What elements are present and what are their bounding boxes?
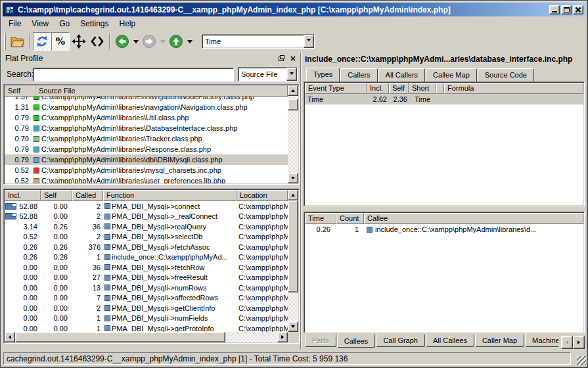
- table-row[interactable]: 0.52C:\xampp\phpMyAdmin\libraries\mysql_…: [5, 165, 288, 175]
- tab-call-graph[interactable]: Call Graph: [376, 334, 425, 347]
- forward-button[interactable]: [140, 32, 158, 51]
- cycle-detection-button[interactable]: [88, 32, 106, 51]
- tab-scroll-right-button[interactable]: [573, 336, 585, 349]
- event-type-dropdown-button[interactable]: [304, 35, 314, 48]
- event-types-table: Event Type Incl. Self Short Formula Time…: [304, 81, 585, 206]
- menu-view[interactable]: View: [26, 18, 54, 30]
- column-self[interactable]: Self: [41, 190, 72, 201]
- table-row[interactable]: 1.37C:\xampp\phpMyAdmin\libraries\naviga…: [5, 97, 288, 102]
- tab-all-callees[interactable]: All Callees: [426, 334, 474, 347]
- close-button[interactable]: [573, 5, 583, 14]
- column-time[interactable]: Time: [305, 213, 336, 224]
- table-row[interactable]: 0.52C:\xampp\phpMyAdmin\libraries\user_p…: [5, 175, 288, 183]
- table-row[interactable]: 0.79C:\xampp\phpMyAdmin\libraries\Tracke…: [5, 133, 288, 144]
- column-event-type[interactable]: Event Type: [305, 83, 367, 94]
- column-location[interactable]: Location: [237, 190, 288, 201]
- group-by-select[interactable]: Source File: [238, 67, 298, 81]
- function-icon: [104, 305, 110, 311]
- table-row[interactable]: 52.880.002PMA_DBI_Mysqli->_realConnectC:…: [5, 212, 288, 222]
- scroll-down-button[interactable]: [288, 321, 298, 332]
- tab-callers[interactable]: Callers: [340, 68, 377, 81]
- tab-source-code[interactable]: Source Code: [478, 68, 534, 81]
- float-panel-button[interactable]: [276, 55, 286, 63]
- table-row[interactable]: 52.880.002PMA_DBI_Mysqli->connectC:\xamp…: [5, 201, 288, 212]
- group-by-dropdown-button[interactable]: [286, 68, 297, 81]
- menu-help[interactable]: Help: [114, 18, 141, 30]
- table-row[interactable]: 0.000.0013PMA_DBI_Mysqli->numRowsC:\xamp…: [5, 283, 288, 293]
- scrollbar-thumb[interactable]: [288, 99, 298, 110]
- title-bar[interactable]: C:\xampp\tmp\cachegrind.out.1416463299-C…: [3, 3, 585, 16]
- menu-file[interactable]: File: [3, 18, 26, 30]
- table-row[interactable]: 0.26 1 include_once::C:\xampp\phpMyAdmin…: [305, 224, 583, 235]
- column-called[interactable]: Called: [72, 190, 103, 201]
- reload-button[interactable]: [33, 32, 51, 51]
- cost-bar-icon: [5, 203, 16, 210]
- column-count[interactable]: Count: [336, 213, 364, 224]
- table-row[interactable]: 0.79C:\xampp\phpMyAdmin\libraries\Util.c…: [5, 112, 288, 123]
- search-input[interactable]: [33, 68, 234, 81]
- scroll-right-button[interactable]: [277, 332, 288, 342]
- tab-parts[interactable]: Parts: [305, 334, 336, 347]
- back-button[interactable]: [113, 32, 131, 51]
- scroll-up-button[interactable]: [288, 190, 298, 200]
- close-panel-button[interactable]: [288, 55, 298, 63]
- column-short[interactable]: Short: [409, 83, 436, 94]
- relative-percent-button[interactable]: %: [51, 32, 70, 51]
- table-row-selected[interactable]: Time 2.62 2.36 Time: [305, 94, 583, 104]
- forward-dropdown-icon[interactable]: [160, 40, 166, 46]
- table-row-selected[interactable]: 0.79C:\xampp\phpMyAdmin\libraries\dbi\DB…: [5, 154, 288, 165]
- column-self[interactable]: Self: [5, 85, 35, 97]
- table-row[interactable]: 0.520.002PMA_DBI_Mysqli->selectDbC:\xamp…: [5, 232, 288, 242]
- vertical-scrollbar[interactable]: [288, 190, 298, 332]
- tab-callees[interactable]: Callees: [337, 334, 376, 348]
- event-type-select[interactable]: Time: [202, 34, 315, 49]
- dock-header[interactable]: Flat Profile: [4, 53, 299, 64]
- menu-go[interactable]: Go: [54, 18, 75, 30]
- tab-types[interactable]: Types: [306, 68, 340, 81]
- table-row[interactable]: 3.140.2636PMA_DBI_Mysqli->realQueryC:\xa…: [5, 221, 288, 232]
- table-row[interactable]: 0.000.001PMA_DBI_Mysqli->numFieldsC:\xam…: [5, 313, 288, 324]
- up-dropdown-icon[interactable]: [187, 40, 192, 46]
- table-row[interactable]: 0.000.001PMA_DBI_Mysqli->getProtoInfoC:\…: [5, 323, 288, 332]
- tab-caller-map[interactable]: Caller Map: [475, 334, 524, 347]
- up-button[interactable]: [167, 32, 185, 51]
- column-incl[interactable]: Incl.: [367, 83, 389, 94]
- tab-all-callers[interactable]: All Callers: [378, 68, 426, 81]
- table-row[interactable]: 0.000.0027PMA_DBI_Mysqli->freeResultC:\x…: [5, 273, 288, 283]
- back-dropdown-icon[interactable]: [133, 40, 139, 46]
- tab-machine[interactable]: Machine: [525, 334, 558, 347]
- table-row[interactable]: 0.000.007PMA_DBI_Mysqli->affectedRowsC:\…: [5, 293, 288, 304]
- scroll-down-button[interactable]: [288, 173, 298, 183]
- column-callee[interactable]: Callee: [364, 213, 583, 224]
- column-formula[interactable]: Formula: [444, 83, 583, 94]
- table-row[interactable]: 0.79C:\xampp\phpMyAdmin\libraries\Databa…: [5, 123, 288, 133]
- tab-callee-map[interactable]: Callee Map: [426, 68, 477, 81]
- toolbar-handle[interactable]: [4, 33, 6, 50]
- maximize-button[interactable]: [561, 5, 572, 14]
- scroll-left-button[interactable]: [5, 332, 15, 342]
- tab-scroll-left-button[interactable]: [561, 336, 573, 349]
- column-spacer[interactable]: [436, 83, 444, 94]
- table-row[interactable]: 0.260.261include_once::C:\xampp\phpMyAd.…: [5, 252, 288, 263]
- resize-grip-icon[interactable]: [577, 356, 586, 365]
- column-incl[interactable]: Incl.: [5, 190, 41, 201]
- chevron-down-icon: [290, 72, 294, 77]
- column-source-file[interactable]: Source File: [35, 85, 288, 97]
- scrollbar-thumb[interactable]: [288, 200, 298, 292]
- expand-areas-button[interactable]: [70, 32, 88, 51]
- scroll-up-button[interactable]: [288, 85, 298, 96]
- horizontal-scrollbar[interactable]: [5, 332, 288, 342]
- menu-settings[interactable]: Settings: [75, 18, 114, 30]
- minimize-button[interactable]: [549, 5, 560, 14]
- vertical-scrollbar[interactable]: [288, 85, 298, 183]
- table-row[interactable]: 1.31C:\xampp\phpMyAdmin\libraries\naviga…: [5, 102, 288, 112]
- column-self[interactable]: Self: [389, 83, 409, 94]
- table-row[interactable]: 0.000.002PMA_DBI_Mysqli->getClientInfoC:…: [5, 303, 288, 313]
- scrollbar-corner: [288, 332, 298, 342]
- open-file-button[interactable]: [8, 32, 26, 51]
- table-row[interactable]: 0.000.0036PMA_DBI_Mysqli->fetchRowC:\xam…: [5, 262, 288, 273]
- table-row[interactable]: 0.79C:\xampp\phpMyAdmin\libraries\Respon…: [5, 144, 288, 154]
- scrollbar-thumb[interactable]: [15, 332, 225, 342]
- table-row[interactable]: 0.260.26376PMA_DBI_Mysqli->fetchAssocC:\…: [5, 242, 288, 252]
- column-function[interactable]: Function: [103, 190, 237, 201]
